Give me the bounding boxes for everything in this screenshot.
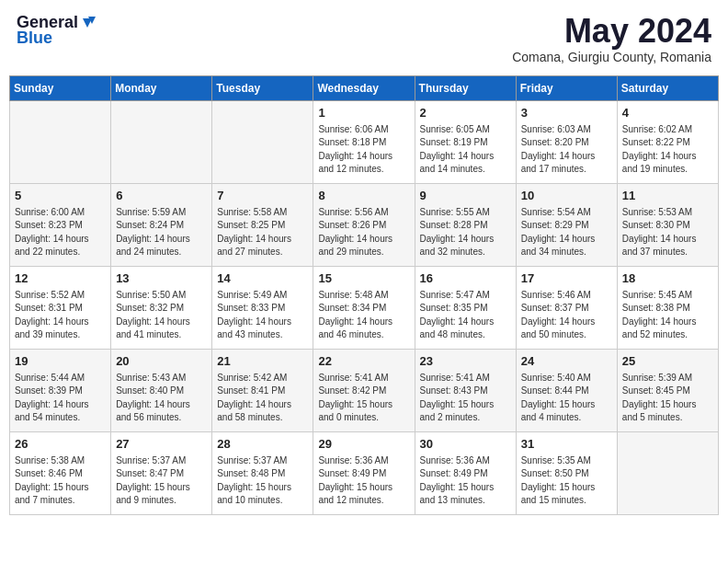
day-info: Sunrise: 5:38 AM Sunset: 8:46 PM Dayligh… [15,454,106,508]
day-info: Sunrise: 5:35 AM Sunset: 8:50 PM Dayligh… [521,454,612,508]
week-row-3: 12Sunrise: 5:52 AM Sunset: 8:31 PM Dayli… [10,266,719,349]
day-number: 8 [318,188,409,204]
day-info: Sunrise: 5:54 AM Sunset: 8:29 PM Dayligh… [521,206,612,259]
day-info: Sunrise: 5:41 AM Sunset: 8:42 PM Dayligh… [318,372,409,425]
calendar-cell: 31Sunrise: 5:35 AM Sunset: 8:50 PM Dayli… [516,431,617,514]
calendar-cell: 3Sunrise: 6:03 AM Sunset: 8:20 PM Daylig… [516,100,617,183]
day-info: Sunrise: 5:49 AM Sunset: 8:33 PM Dayligh… [217,289,308,342]
day-info: Sunrise: 5:45 AM Sunset: 8:38 PM Dayligh… [622,289,713,342]
week-row-1: 1Sunrise: 6:06 AM Sunset: 8:18 PM Daylig… [10,100,719,183]
calendar-cell [212,100,313,183]
calendar-cell: 26Sunrise: 5:38 AM Sunset: 8:46 PM Dayli… [10,431,111,514]
day-info: Sunrise: 6:00 AM Sunset: 8:23 PM Dayligh… [15,206,106,259]
day-number: 10 [521,188,612,204]
calendar-table: SundayMondayTuesdayWednesdayThursdayFrid… [9,75,719,515]
day-info: Sunrise: 5:40 AM Sunset: 8:44 PM Dayligh… [521,372,612,425]
day-info: Sunrise: 5:48 AM Sunset: 8:34 PM Dayligh… [318,289,409,342]
week-row-2: 5Sunrise: 6:00 AM Sunset: 8:23 PM Daylig… [10,183,719,266]
day-number: 12 [15,270,106,287]
day-info: Sunrise: 5:59 AM Sunset: 8:24 PM Dayligh… [116,206,207,259]
day-number: 14 [217,270,308,287]
day-info: Sunrise: 5:36 AM Sunset: 8:49 PM Dayligh… [318,454,409,508]
day-info: Sunrise: 6:03 AM Sunset: 8:20 PM Dayligh… [521,123,612,177]
day-info: Sunrise: 5:42 AM Sunset: 8:41 PM Dayligh… [217,372,308,425]
day-number: 24 [521,353,612,370]
day-info: Sunrise: 5:39 AM Sunset: 8:45 PM Dayligh… [622,372,713,425]
day-number: 4 [622,105,713,121]
calendar-cell: 17Sunrise: 5:46 AM Sunset: 8:37 PM Dayli… [516,266,617,349]
day-info: Sunrise: 5:50 AM Sunset: 8:32 PM Dayligh… [116,289,207,342]
month-title: May 2024 [512,13,711,50]
day-number: 23 [420,353,511,370]
day-number: 6 [116,188,207,204]
calendar-cell: 30Sunrise: 5:36 AM Sunset: 8:49 PM Dayli… [415,431,516,514]
day-number: 19 [15,353,106,370]
weekday-header-thursday: Thursday [415,75,516,100]
weekday-header-friday: Friday [516,75,617,100]
calendar-cell: 22Sunrise: 5:41 AM Sunset: 8:42 PM Dayli… [313,349,415,431]
day-number: 2 [420,105,511,121]
calendar-cell: 2Sunrise: 6:05 AM Sunset: 8:19 PM Daylig… [415,100,516,183]
day-info: Sunrise: 5:53 AM Sunset: 8:30 PM Dayligh… [622,206,713,259]
title-area: May 2024 Comana, Giurgiu County, Romania [512,13,711,64]
day-number: 21 [217,353,308,370]
calendar-cell: 5Sunrise: 6:00 AM Sunset: 8:23 PM Daylig… [10,183,111,266]
weekday-header-monday: Monday [111,75,212,100]
day-info: Sunrise: 6:05 AM Sunset: 8:19 PM Dayligh… [420,123,511,177]
week-row-4: 19Sunrise: 5:44 AM Sunset: 8:39 PM Dayli… [10,349,719,431]
calendar-cell: 11Sunrise: 5:53 AM Sunset: 8:30 PM Dayli… [617,183,718,266]
day-number: 22 [318,353,409,370]
day-info: Sunrise: 5:44 AM Sunset: 8:39 PM Dayligh… [15,372,106,425]
location-text: Comana, Giurgiu County, Romania [512,50,711,64]
day-number: 17 [521,270,612,287]
day-info: Sunrise: 6:02 AM Sunset: 8:22 PM Dayligh… [622,123,713,177]
calendar-cell: 27Sunrise: 5:37 AM Sunset: 8:47 PM Dayli… [111,431,212,514]
day-number: 16 [420,270,511,287]
calendar-cell: 10Sunrise: 5:54 AM Sunset: 8:29 PM Dayli… [516,183,617,266]
day-number: 13 [116,270,207,287]
calendar-cell: 20Sunrise: 5:43 AM Sunset: 8:40 PM Dayli… [111,349,212,431]
page-header: General Blue May 2024 Comana, Giurgiu Co… [9,9,719,68]
calendar-cell: 7Sunrise: 5:58 AM Sunset: 8:25 PM Daylig… [212,183,313,266]
day-info: Sunrise: 5:43 AM Sunset: 8:40 PM Dayligh… [116,372,207,425]
day-number: 20 [116,353,207,370]
day-number: 11 [622,188,713,204]
week-row-5: 26Sunrise: 5:38 AM Sunset: 8:46 PM Dayli… [10,431,719,514]
calendar-cell: 8Sunrise: 5:56 AM Sunset: 8:26 PM Daylig… [313,183,415,266]
calendar-cell: 15Sunrise: 5:48 AM Sunset: 8:34 PM Dayli… [313,266,415,349]
day-number: 25 [622,353,713,370]
calendar-cell: 19Sunrise: 5:44 AM Sunset: 8:39 PM Dayli… [10,349,111,431]
logo-triangle-icon [79,15,96,31]
day-info: Sunrise: 6:06 AM Sunset: 8:18 PM Dayligh… [318,123,409,177]
calendar-cell: 24Sunrise: 5:40 AM Sunset: 8:44 PM Dayli… [516,349,617,431]
calendar-cell: 25Sunrise: 5:39 AM Sunset: 8:45 PM Dayli… [617,349,718,431]
weekday-header-sunday: Sunday [10,75,111,100]
day-number: 31 [521,436,612,453]
calendar-cell: 6Sunrise: 5:59 AM Sunset: 8:24 PM Daylig… [111,183,212,266]
weekday-header-row: SundayMondayTuesdayWednesdayThursdayFrid… [10,75,719,100]
calendar-cell: 21Sunrise: 5:42 AM Sunset: 8:41 PM Dayli… [212,349,313,431]
calendar-cell: 4Sunrise: 6:02 AM Sunset: 8:22 PM Daylig… [617,100,718,183]
day-number: 7 [217,188,308,204]
day-number: 9 [420,188,511,204]
calendar-cell: 29Sunrise: 5:36 AM Sunset: 8:49 PM Dayli… [313,431,415,514]
calendar-cell: 1Sunrise: 6:06 AM Sunset: 8:18 PM Daylig… [313,100,415,183]
day-info: Sunrise: 5:55 AM Sunset: 8:28 PM Dayligh… [420,206,511,259]
day-number: 26 [15,436,106,453]
day-info: Sunrise: 5:36 AM Sunset: 8:49 PM Dayligh… [420,454,511,508]
calendar-cell [617,431,718,514]
day-number: 28 [217,436,308,453]
day-info: Sunrise: 5:52 AM Sunset: 8:31 PM Dayligh… [15,289,106,342]
calendar-cell: 9Sunrise: 5:55 AM Sunset: 8:28 PM Daylig… [415,183,516,266]
logo-blue-text: Blue [17,29,52,48]
calendar-cell: 18Sunrise: 5:45 AM Sunset: 8:38 PM Dayli… [617,266,718,349]
calendar-cell: 23Sunrise: 5:41 AM Sunset: 8:43 PM Dayli… [415,349,516,431]
day-info: Sunrise: 5:41 AM Sunset: 8:43 PM Dayligh… [420,372,511,425]
weekday-header-tuesday: Tuesday [212,75,313,100]
calendar-cell: 13Sunrise: 5:50 AM Sunset: 8:32 PM Dayli… [111,266,212,349]
day-number: 29 [318,436,409,453]
day-number: 18 [622,270,713,287]
day-info: Sunrise: 5:46 AM Sunset: 8:37 PM Dayligh… [521,289,612,342]
day-info: Sunrise: 5:56 AM Sunset: 8:26 PM Dayligh… [318,206,409,259]
day-number: 5 [15,188,106,204]
